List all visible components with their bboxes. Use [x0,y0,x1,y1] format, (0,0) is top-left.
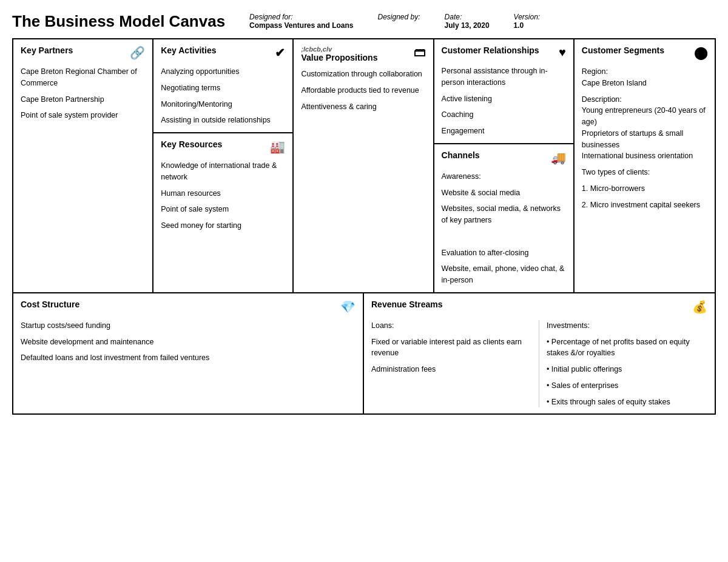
cs-type-0: 1. Micro-borrowers [582,183,707,195]
key-resources-item-1: Human resources [161,188,285,199]
revenue-streams-content: Loans: Fixed or variable interest paid a… [371,320,707,408]
key-activities-item-1: Negotiating terms [161,82,285,94]
channels-item-5: Website, email, phone, video chat, & in-… [442,263,566,286]
cs-region-label: Region:Cape Breton Island [582,66,707,89]
vp-item-0: Customization through collaboration [301,69,425,80]
truck-icon: 🚚 [551,150,566,165]
canvas-top-row: Key Partners 🔗 Cape Breton Regional Cham… [13,39,715,293]
revenue-streams-cell: Revenue Streams 💰 Loans: Fixed or variab… [364,293,715,414]
vp-item-2: Attentiveness & caring [301,101,425,113]
revenue-streams-header: Revenue Streams 💰 [371,299,707,314]
designed-by-group: Designed by: [378,13,420,30]
designed-for-label: Designed for: [249,13,353,21]
value-propositions-cell: ;lcbcb,clv Value Propositions 🗃 Customiz… [294,39,434,292]
revenue-streams-title: Revenue Streams [371,299,443,309]
channels-item-2: Websites, social media, & networks of ke… [442,203,566,226]
money-bag-icon: 💰 [692,299,707,314]
channels-section: Channels 🚚 Awareness: Website & social m… [434,144,573,292]
cost-structure-header: Cost Structure 💎 [21,299,356,314]
designed-by-label: Designed by: [378,13,420,21]
investments-item-3: • Exits through sales of equity stakes [547,396,707,408]
circle-icon: ⬤ [694,45,707,60]
cs-two-types: Two types of clients: [582,167,707,178]
version-value: 1.0 [514,21,541,30]
value-propositions-header: ;lcbcb,clv Value Propositions 🗃 [301,45,425,62]
key-partners-header: Key Partners 🔗 [21,45,145,60]
key-resources-item-3: Seed money for starting [161,220,285,232]
cr-item-2: Coaching [442,109,566,121]
key-partners-title: Key Partners [21,45,73,55]
key-activities-title: Key Activities [161,45,216,55]
channels-item-4: Evaluation to after-closing [442,247,566,259]
cr-item-1: Active listening [442,93,566,105]
key-activities-item-2: Monitoring/Mentoring [161,99,285,110]
cr-item-0: Personal assistance through in-person in… [442,65,566,89]
key-partners-content: Cape Breton Regional Chamber of Commerce… [21,66,145,121]
revenue-loans-column: Loans: Fixed or variable interest paid a… [371,320,539,408]
date-value: July 13, 2020 [445,21,490,30]
customer-segments-title: Customer Segments [582,45,664,55]
key-partners-item-2: Point of sale system provider [21,110,145,121]
version-label: Version: [514,13,541,21]
channels-item-0: Awareness: [442,171,566,182]
loans-label: Loans: [371,320,531,332]
loans-item-1: Administration fees [371,364,531,375]
key-resources-title: Key Resources [161,139,222,149]
investments-item-0: • Percentage of net profits based on equ… [547,336,707,360]
channels-header: Channels 🚚 [442,150,566,165]
cs-item-0: Startup costs/seed funding [21,320,356,332]
factory-icon: 🏭 [270,139,285,154]
date-group: Date: July 13, 2020 [445,13,490,30]
customer-segments-header: Customer Segments ⬤ [582,45,707,60]
key-partners-item-1: Cape Breton Partnership [21,94,145,105]
investments-label: Investments: [547,320,707,332]
key-resources-header: Key Resources 🏭 [161,139,285,154]
key-activities-item-0: Analyzing opportunities [161,66,285,78]
cs-item-2: Defaulted loans and lost investment from… [21,352,356,364]
value-propositions-content: Customization through collaboration Affo… [301,69,425,112]
business-model-canvas: Key Partners 🔗 Cape Breton Regional Cham… [12,38,716,415]
link-icon: 🔗 [130,45,145,60]
customer-relationships-title: Customer Relationships [442,45,539,55]
customer-relationships-header: Customer Relationships ♥ [442,45,566,59]
diamond-icon: 💎 [340,299,356,314]
checkmark-icon: ✔ [275,45,285,60]
header-meta: Designed for: Compass Ventures and Loans… [249,13,540,31]
key-activities-item-3: Assisting in outside relationships [161,115,285,126]
cost-structure-title: Cost Structure [21,299,79,309]
key-resources-item-0: Knowledge of international trade & netwo… [161,160,285,183]
customer-relationships-section: Customer Relationships ♥ Personal assist… [434,39,573,144]
canvas-bottom-row: Cost Structure 💎 Startup costs/seed fund… [13,293,715,414]
box-icon: 🗃 [414,45,426,59]
key-activities-header: Key Activities ✔ [161,45,285,60]
vp-code: ;lcbcb,clv [301,45,377,53]
key-partners-item-0: Cape Breton Regional Chamber of Commerce [21,66,145,89]
cr-item-3: Engagement [442,125,566,137]
customer-segments-content: Region:Cape Breton Island Description: Y… [582,66,707,210]
heart-icon: ♥ [559,45,566,59]
channels-item-1: Website & social media [442,187,566,199]
version-group: Version: 1.0 [514,13,541,30]
page-header: The Business Model Canvas Designed for: … [12,12,716,31]
key-partners-cell: Key Partners 🔗 Cape Breton Regional Cham… [13,39,153,292]
value-propositions-title: Value Propositions [301,53,377,62]
vp-item-1: Affordable products tied to revenue [301,85,425,96]
cs-type-1: 2. Micro investment capital seekers [582,199,707,211]
customer-relationships-content: Personal assistance through in-person in… [442,65,566,137]
cost-structure-cell: Cost Structure 💎 Startup costs/seed fund… [13,293,364,414]
key-resources-section: Key Resources 🏭 Knowledge of internation… [153,133,292,238]
revenue-investments-column: Investments: • Percentage of net profits… [539,320,707,408]
key-activities-section: Key Activities ✔ Analyzing opportunities… [153,39,292,133]
cs-item-1: Website development and maintenance [21,336,356,348]
key-activities-resources-cell: Key Activities ✔ Analyzing opportunities… [153,39,294,292]
cost-structure-content: Startup costs/seed funding Website devel… [21,320,356,364]
investments-item-1: • Initial public offerings [547,364,707,375]
key-resources-content: Knowledge of international trade & netwo… [161,160,285,232]
channels-title: Channels [442,150,480,160]
customer-relationships-channels-cell: Customer Relationships ♥ Personal assist… [434,39,575,292]
key-activities-content: Analyzing opportunities Negotiating term… [161,66,285,126]
cs-description: Description: Young entrepreneurs (20-40 … [582,94,707,162]
customer-segments-cell: Customer Segments ⬤ Region:Cape Breton I… [575,39,715,292]
page-title: The Business Model Canvas [12,12,225,31]
designed-for-value: Compass Ventures and Loans [249,21,353,30]
